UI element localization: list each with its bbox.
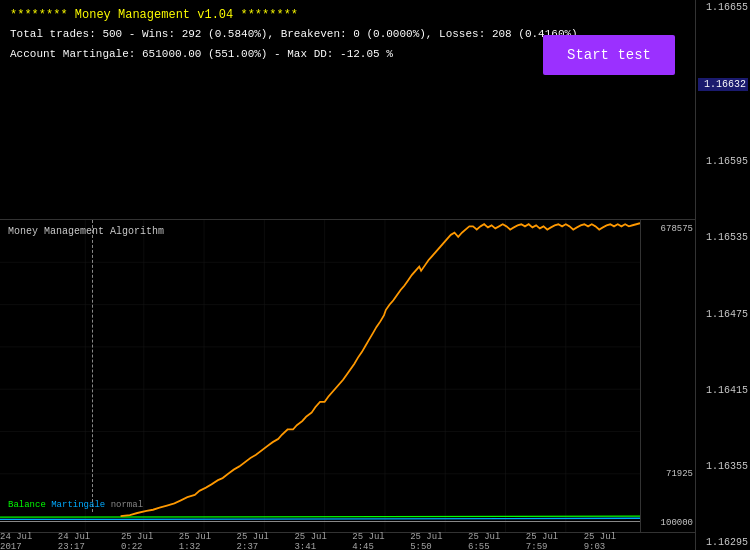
- time-label-8: 25 Jul 6:55: [468, 532, 526, 551]
- chart-top-value: 678575: [643, 224, 693, 234]
- time-label-1: 24 Jul 23:17: [58, 532, 121, 551]
- chart-label: Money Management Algorithm: [8, 226, 164, 237]
- legend-balance: Balance: [8, 500, 46, 510]
- legend-normal: normal: [111, 500, 143, 510]
- time-axis: 24 Jul 2017 24 Jul 23:17 25 Jul 0:22 25 …: [0, 532, 695, 550]
- time-label-10: 25 Jul 9:03: [584, 532, 642, 551]
- time-label-6: 25 Jul 4:45: [352, 532, 410, 551]
- chart-area: Money Management Algorithm Balance Marti…: [0, 220, 640, 532]
- price-7: 1.16295: [698, 537, 748, 548]
- title-line: ******** Money Management v1.04 ********: [10, 8, 685, 22]
- app-container: ******** Money Management v1.04 ********…: [0, 0, 750, 550]
- info-panel: ******** Money Management v1.04 ********…: [0, 0, 695, 220]
- chart-mid6-value: 71925: [643, 469, 693, 479]
- legend-martingale: Martingale: [51, 500, 105, 510]
- chart-legend: Balance Martingale normal: [8, 500, 143, 510]
- start-test-button[interactable]: Start test: [543, 35, 675, 75]
- time-label-4: 25 Jul 2:37: [237, 532, 295, 551]
- time-label-7: 25 Jul 5:50: [410, 532, 468, 551]
- time-label-2: 25 Jul 0:22: [121, 532, 179, 551]
- price-6: 1.16355: [698, 461, 748, 472]
- chart-section: Money Management Algorithm Balance Marti…: [0, 220, 695, 550]
- bottom-section: Money Management Algorithm Balance Marti…: [0, 220, 695, 532]
- price-4: 1.16475: [698, 309, 748, 320]
- price-highlight: 1.16632: [698, 78, 748, 91]
- chart-svg: [0, 220, 640, 532]
- time-label-0: 24 Jul 2017: [0, 532, 58, 551]
- chart-right-axis: 678575 71925 100000: [640, 220, 695, 532]
- price-3: 1.16535: [698, 232, 748, 243]
- chart-bottom-value: 100000: [643, 518, 693, 528]
- time-label-3: 25 Jul 1:32: [179, 532, 237, 551]
- time-label-9: 25 Jul 7:59: [526, 532, 584, 551]
- main-area: ******** Money Management v1.04 ********…: [0, 0, 695, 550]
- price-5: 1.16415: [698, 385, 748, 396]
- price-2: 1.16595: [698, 156, 748, 167]
- price-axis: 1.16655 1.16632 1.16595 1.16535 1.16475 …: [695, 0, 750, 550]
- time-label-5: 25 Jul 3:41: [294, 532, 352, 551]
- price-0: 1.16655: [698, 2, 748, 13]
